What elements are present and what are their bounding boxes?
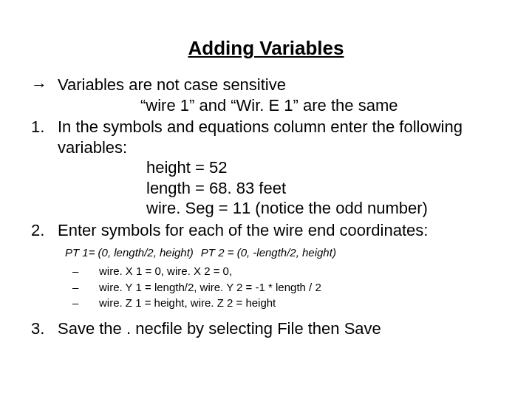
- dash-icon: –: [72, 279, 99, 296]
- sub-2-text: wire. Y 1 = length/2, wire. Y 2 = -1 * l…: [99, 279, 321, 296]
- item-2: 2. Enter symbols for each of the wire en…: [30, 220, 502, 241]
- item-1: 1. In the symbols and equations column e…: [30, 117, 502, 157]
- item-3-marker: 3.: [30, 318, 58, 339]
- arrow-subtext: “wire 1” and “Wir. E 1” are the same: [30, 95, 502, 116]
- sub-3: – wire. Z 1 = height, wire. Z 2 = height: [30, 295, 502, 311]
- var-def-2: length = 68. 83 feet: [30, 178, 502, 199]
- bullet-arrow-text: Variables are not case sensitive: [58, 75, 502, 95]
- sub-1: – wire. X 1 = 0, wire. X 2 = 0,: [30, 263, 502, 279]
- sub-1-text: wire. X 1 = 0, wire. X 2 = 0,: [99, 263, 232, 279]
- item-3: 3. Save the . necfile by selecting File …: [30, 318, 502, 339]
- item-1-text: In the symbols and equations column ente…: [58, 117, 502, 157]
- var-def-1: height = 52: [30, 157, 502, 178]
- item-3-text: Save the . necfile by selecting File the…: [58, 318, 502, 339]
- bullet-arrow-row: → Variables are not case sensitive: [30, 75, 502, 95]
- item-2-marker: 2.: [30, 220, 58, 241]
- pt2-text: PT 2 = (0, -length/2, height): [201, 246, 336, 259]
- dash-icon: –: [72, 263, 99, 279]
- slide: Adding Variables → Variables are not cas…: [0, 0, 532, 399]
- pt-coords-line: PT 1= (0, length/2, height)PT 2 = (0, -l…: [30, 246, 502, 260]
- slide-body: → Variables are not case sensitive “wire…: [30, 75, 502, 339]
- item-2-text: Enter symbols for each of the wire end c…: [58, 220, 502, 241]
- slide-title: Adding Variables: [30, 37, 502, 60]
- arrow-icon: →: [30, 75, 58, 95]
- var-def-3: wire. Seg = 11 (notice the odd number): [30, 198, 502, 219]
- pt1-text: PT 1= (0, length/2, height): [65, 246, 194, 259]
- sub-2: – wire. Y 1 = length/2, wire. Y 2 = -1 *…: [30, 279, 502, 296]
- sub-3-text: wire. Z 1 = height, wire. Z 2 = height: [99, 295, 276, 311]
- dash-icon: –: [72, 295, 99, 311]
- item-1-marker: 1.: [30, 117, 58, 137]
